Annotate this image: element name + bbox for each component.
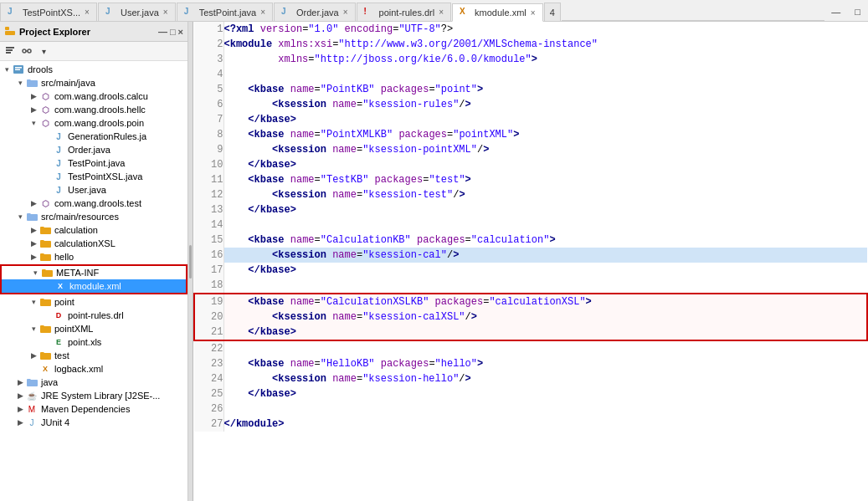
line-content[interactable]: <ksession name="ksession-hello"/> — [223, 371, 867, 386]
close-icon[interactable]: × — [439, 8, 444, 17]
close-icon[interactable]: × — [260, 8, 265, 17]
line-content[interactable] — [223, 217, 867, 233]
xml-file-icon: X — [54, 280, 67, 292]
src-folder-icon — [25, 211, 39, 222]
tree-node-point[interactable]: ▾ point — [0, 295, 187, 309]
line-content[interactable]: </kbase> — [223, 263, 867, 278]
close-panel-btn[interactable]: × — [178, 27, 183, 37]
line-content[interactable]: <ksession name="ksession-calXSL"/> — [223, 309, 867, 325]
tree-label: META-INF — [56, 268, 99, 278]
line-content[interactable]: <ksession name="ksession-pointXML"/> — [223, 142, 867, 157]
line-content[interactable]: <kbase name="PointXMLKB" packages="point… — [223, 127, 867, 142]
line-content[interactable]: </kbase> — [223, 325, 867, 340]
tree-node-testpointxsl[interactable]: ▶ J TestPointXSL.java — [0, 170, 187, 183]
line-content[interactable]: <ksession name="ksession-rules"/> — [223, 97, 867, 112]
tab-bar: J TestPointXS... × J User.java × J TestP… — [0, 0, 868, 22]
line-content[interactable]: <kbase name="PointKB" packages="point"> — [223, 82, 867, 97]
tree-label: com.wang.drools.poin — [54, 118, 144, 128]
tree-node-junit[interactable]: ▶ J JUnit 4 — [0, 416, 187, 429]
tab-testpointjava[interactable]: J TestPoint.java × — [177, 3, 273, 21]
tab-orderjava[interactable]: J Order.java × — [274, 3, 356, 21]
folder-icon — [39, 350, 52, 361]
tree-node-maven[interactable]: ▶ M Maven Dependencies — [0, 402, 187, 416]
tree-node-calculationxsl[interactable]: ▶ calculationXSL — [0, 237, 187, 250]
tree-node-jre[interactable]: ▶ ☕ JRE System Library [J2SE-... — [0, 389, 187, 402]
line-content[interactable]: <kmodule xmlns:xsi="http://www.w3.org/20… — [223, 37, 867, 52]
tree-node-testpointjava[interactable]: ▶ J TestPoint.java — [0, 156, 187, 170]
tree-node-src-main-resources[interactable]: ▾ src/main/resources — [0, 210, 187, 223]
view-menu-btn[interactable]: ▾ — [36, 43, 51, 59]
minimize-panel-btn[interactable]: — — [158, 27, 167, 37]
line-content[interactable]: </kbase> — [223, 202, 867, 217]
line-content[interactable]: </kbase> — [223, 157, 867, 172]
maximize-editor-btn[interactable]: □ — [848, 3, 867, 21]
close-icon[interactable]: × — [163, 8, 168, 17]
close-icon[interactable]: × — [343, 8, 348, 17]
drl-file-icon: ! — [364, 7, 376, 18]
code-row-23: 23 <kbase name="HelloKB" packages="hello… — [194, 356, 867, 371]
tree-node-test[interactable]: ▶ test — [0, 349, 187, 362]
code-row-19: 19 <kbase name="CalculationXSLKB" packag… — [194, 294, 867, 309]
line-content[interactable]: <ksession name="ksession-test"/> — [223, 187, 867, 202]
line-content[interactable] — [223, 401, 867, 417]
line-content[interactable]: <kbase name="TestKB" packages="test"> — [223, 172, 867, 187]
minimize-editor-btn[interactable]: — — [824, 3, 847, 21]
line-number: 10 — [194, 157, 223, 172]
tab-userjava[interactable]: J User.java × — [98, 3, 176, 21]
editor-content[interactable]: 1<?xml version="1.0" encoding="UTF-8"?>2… — [193, 22, 868, 501]
tree-node-generationrules[interactable]: ▶ J GenerationRules.ja — [0, 130, 187, 143]
line-content[interactable]: <kbase name="HelloKB" packages="hello"> — [223, 356, 867, 371]
line-content[interactable]: </kbase> — [223, 386, 867, 401]
xml-file-icon: X — [460, 7, 471, 18]
line-number: 9 — [194, 142, 223, 157]
tab-more[interactable]: 4 — [544, 3, 561, 21]
code-row-9: 9 <ksession name="ksession-pointXML"/> — [194, 142, 867, 157]
line-content[interactable] — [223, 340, 867, 356]
tab-kmodulexml[interactable]: X kmodule.xml × — [452, 3, 543, 22]
close-icon[interactable]: × — [531, 8, 536, 18]
tree-node-pointrules[interactable]: ▶ D point-rules.drl — [0, 309, 187, 322]
tree-node-calculation[interactable]: ▶ calculation — [0, 223, 187, 237]
tree-node-drools[interactable]: ▾ drools — [0, 63, 187, 76]
line-content[interactable] — [223, 67, 867, 82]
tree-node-orderjava[interactable]: ▶ J Order.java — [0, 143, 187, 156]
tree-node-pkg-calc[interactable]: ▶ ⬡ com.wang.drools.calcu — [0, 89, 187, 103]
close-icon[interactable]: × — [85, 8, 90, 17]
line-content[interactable]: <kbase name="CalculationXSLKB" packages=… — [223, 294, 867, 309]
tree-node-kmodulexml[interactable]: ▶ X kmodule.xml — [2, 279, 186, 293]
tree-node-pointxml[interactable]: ▾ pointXML — [0, 322, 187, 335]
expand-arrow: ▶ — [28, 238, 39, 248]
tree-node-pkg-point[interactable]: ▾ ⬡ com.wang.drools.poin — [0, 116, 187, 130]
tree-node-pkg-hello[interactable]: ▶ ⬡ com.wang.drools.hellc — [0, 103, 187, 116]
meta-inf-box: ▾ META-INF ▶ X kmodule.xml — [0, 264, 187, 294]
collapse-all-btn[interactable] — [3, 43, 18, 59]
line-content[interactable]: xmlns="http://jboss.org/kie/6.0.0/kmodul… — [223, 52, 867, 67]
tab-testpointxsl[interactable]: J TestPointXS... × — [0, 3, 97, 21]
line-content[interactable]: <kbase name="CalculationKB" packages="ca… — [223, 233, 867, 248]
line-content[interactable]: <ksession name="ksession-cal"/> — [223, 248, 867, 263]
tree-node-java[interactable]: ▶ java — [0, 376, 187, 389]
line-number: 26 — [194, 401, 223, 417]
svg-rect-2 — [6, 47, 14, 49]
link-editor-btn[interactable] — [19, 43, 34, 59]
tree-node-pointxls[interactable]: ▶ E point.xls — [0, 335, 187, 349]
maximize-panel-btn[interactable]: □ — [170, 27, 176, 37]
tree-label: com.wang.drools.hellc — [54, 105, 146, 115]
line-number: 7 — [194, 112, 223, 127]
line-number: 22 — [194, 340, 223, 356]
tree-node-hello[interactable]: ▶ hello — [0, 250, 187, 263]
folder-icon — [40, 267, 54, 279]
tree-node-userjava[interactable]: ▶ J User.java — [0, 183, 187, 197]
tab-pointrules[interactable]: ! point-rules.drl × — [357, 3, 451, 21]
code-row-20: 20 <ksession name="ksession-calXSL"/> — [194, 309, 867, 325]
tree-node-meta-inf[interactable]: ▾ META-INF — [2, 266, 186, 279]
line-content[interactable]: </kmodule> — [223, 417, 867, 432]
line-number: 23 — [194, 356, 223, 371]
tree-node-logbackxml[interactable]: ▶ X logback.xml — [0, 362, 187, 376]
tree-node-pkg-test[interactable]: ▶ ⬡ com.wang.drools.test — [0, 197, 187, 210]
project-tree[interactable]: ▾ drools ▾ src/main/java ▶ ⬡ — [0, 61, 187, 501]
tree-node-src-main-java[interactable]: ▾ src/main/java — [0, 76, 187, 89]
line-content[interactable]: <?xml version="1.0" encoding="UTF-8"?> — [223, 22, 867, 37]
line-content[interactable]: </kbase> — [223, 112, 867, 127]
line-content[interactable] — [223, 278, 867, 294]
